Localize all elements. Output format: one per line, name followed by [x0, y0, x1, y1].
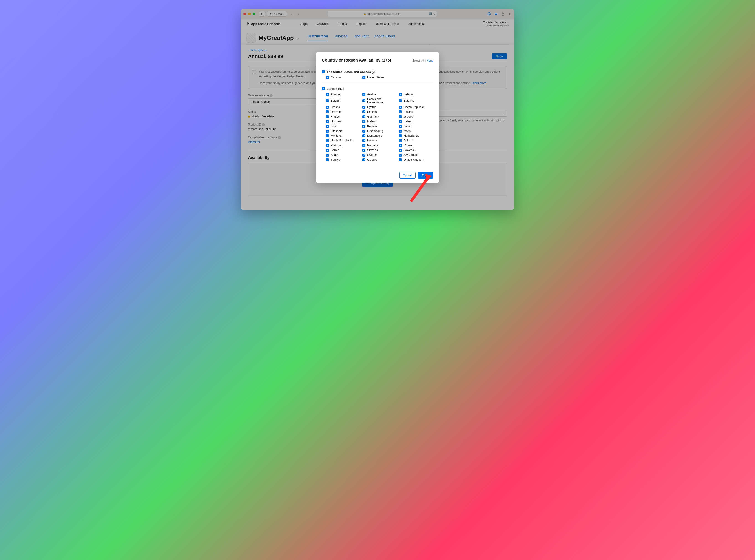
checkbox-checked-icon[interactable]: [363, 144, 365, 147]
checkbox-checked-icon[interactable]: [399, 158, 402, 161]
region-header[interactable]: Europe (42): [322, 87, 433, 91]
country-item[interactable]: Greece: [399, 115, 433, 118]
country-item[interactable]: Belarus: [399, 93, 433, 96]
country-item[interactable]: Moldova: [326, 134, 360, 137]
country-item[interactable]: Czech Republic: [399, 105, 433, 109]
checkbox-checked-icon[interactable]: [363, 106, 365, 109]
country-item[interactable]: Poland: [399, 139, 433, 142]
country-item[interactable]: Portugal: [326, 144, 360, 147]
checkbox-checked-icon[interactable]: [326, 135, 329, 137]
country-name: Finland: [404, 110, 413, 114]
country-item[interactable]: Norway: [363, 139, 396, 142]
country-item[interactable]: Luxembourg: [363, 129, 396, 133]
country-item[interactable]: Ireland: [399, 120, 433, 123]
checkbox-checked-icon[interactable]: [326, 125, 329, 128]
country-item[interactable]: France: [326, 115, 360, 118]
country-item[interactable]: Italy: [326, 125, 360, 128]
country-item[interactable]: Bulgaria: [399, 98, 433, 104]
country-item[interactable]: Croatia: [326, 105, 360, 109]
country-item[interactable]: Iceland: [363, 120, 396, 123]
checkbox-checked-icon[interactable]: [326, 154, 329, 157]
country-item[interactable]: Germany: [363, 115, 396, 118]
country-item[interactable]: Latvia: [399, 125, 433, 128]
checkbox-checked-icon[interactable]: [363, 93, 365, 96]
country-item[interactable]: Montenegro: [363, 134, 396, 137]
done-button[interactable]: Done: [418, 172, 433, 179]
checkbox-checked-icon[interactable]: [326, 106, 329, 109]
country-item[interactable]: Malta: [399, 129, 433, 133]
checkbox-checked-icon[interactable]: [399, 115, 402, 118]
country-item[interactable]: Türkiye: [326, 158, 360, 161]
cancel-button[interactable]: Cancel: [400, 172, 415, 179]
checkbox-checked-icon[interactable]: [399, 125, 402, 128]
country-item[interactable]: Canada: [326, 76, 360, 79]
checkbox-checked-icon[interactable]: [399, 139, 402, 142]
checkbox-checked-icon[interactable]: [326, 129, 329, 133]
checkbox-checked-icon[interactable]: [363, 111, 365, 114]
country-item[interactable]: United Kingdom: [399, 158, 433, 161]
country-item[interactable]: Slovenia: [399, 148, 433, 152]
checkbox-checked-icon[interactable]: [326, 144, 329, 147]
checkbox-checked-icon[interactable]: [363, 154, 365, 157]
country-item[interactable]: Serbia: [326, 148, 360, 152]
checkbox-checked-icon[interactable]: [326, 76, 329, 79]
checkbox-checked-icon[interactable]: [399, 99, 402, 102]
select-all-button[interactable]: All: [421, 59, 424, 62]
checkbox-checked-icon[interactable]: [363, 120, 365, 123]
checkbox-checked-icon[interactable]: [363, 158, 365, 161]
checkbox-checked-icon[interactable]: [326, 115, 329, 118]
checkbox-checked-icon[interactable]: [399, 129, 402, 133]
checkbox-checked-icon[interactable]: [399, 135, 402, 137]
region-header[interactable]: The United States and Canada (2): [322, 70, 433, 74]
checkbox-checked-icon[interactable]: [399, 106, 402, 109]
country-item[interactable]: Russia: [399, 144, 433, 147]
country-grid: CanadaUnited States: [322, 76, 433, 79]
checkbox-checked-icon[interactable]: [322, 71, 325, 73]
checkbox-checked-icon[interactable]: [326, 120, 329, 123]
checkbox-checked-icon[interactable]: [399, 93, 402, 96]
checkbox-checked-icon[interactable]: [326, 158, 329, 161]
select-none-button[interactable]: None: [427, 59, 433, 62]
country-item[interactable]: Netherlands: [399, 134, 433, 137]
checkbox-checked-icon[interactable]: [363, 115, 365, 118]
country-item[interactable]: Albania: [326, 93, 360, 96]
country-item[interactable]: Kosovo: [363, 125, 396, 128]
country-item[interactable]: Lithuania: [326, 129, 360, 133]
checkbox-checked-icon[interactable]: [326, 149, 329, 152]
checkbox-checked-icon[interactable]: [326, 111, 329, 114]
country-item[interactable]: Estonia: [363, 110, 396, 114]
checkbox-checked-icon[interactable]: [363, 139, 365, 142]
country-item[interactable]: Finland: [399, 110, 433, 114]
country-item[interactable]: North Macedonia: [326, 139, 360, 142]
country-item[interactable]: Spain: [326, 153, 360, 157]
country-name: Portugal: [331, 144, 342, 147]
checkbox-checked-icon[interactable]: [363, 99, 365, 102]
country-item[interactable]: Romania: [363, 144, 396, 147]
checkbox-checked-icon[interactable]: [363, 149, 365, 152]
country-item[interactable]: Bosnia and Herzegovina: [363, 98, 396, 104]
checkbox-checked-icon[interactable]: [326, 99, 329, 102]
country-item[interactable]: Sweden: [363, 153, 396, 157]
country-item[interactable]: Slovakia: [363, 148, 396, 152]
checkbox-checked-icon[interactable]: [363, 125, 365, 128]
country-item[interactable]: Ukraine: [363, 158, 396, 161]
checkbox-checked-icon[interactable]: [363, 76, 365, 79]
checkbox-checked-icon[interactable]: [399, 149, 402, 152]
country-item[interactable]: United States: [363, 76, 396, 79]
checkbox-checked-icon[interactable]: [363, 135, 365, 137]
country-item[interactable]: Cyprus: [363, 105, 396, 109]
checkbox-checked-icon[interactable]: [326, 93, 329, 96]
country-item[interactable]: Denmark: [326, 110, 360, 114]
country-item[interactable]: Belgium: [326, 98, 360, 104]
checkbox-checked-icon[interactable]: [326, 139, 329, 142]
country-item[interactable]: Austria: [363, 93, 396, 96]
checkbox-checked-icon[interactable]: [399, 111, 402, 114]
checkbox-checked-icon[interactable]: [399, 144, 402, 147]
country-item[interactable]: Switzerland: [399, 153, 433, 157]
checkbox-checked-icon[interactable]: [399, 120, 402, 123]
checkbox-checked-icon[interactable]: [322, 87, 325, 90]
checkbox-checked-icon[interactable]: [363, 129, 365, 133]
checkbox-checked-icon[interactable]: [399, 154, 402, 157]
country-name: Estonia: [367, 110, 377, 114]
country-item[interactable]: Hungary: [326, 120, 360, 123]
